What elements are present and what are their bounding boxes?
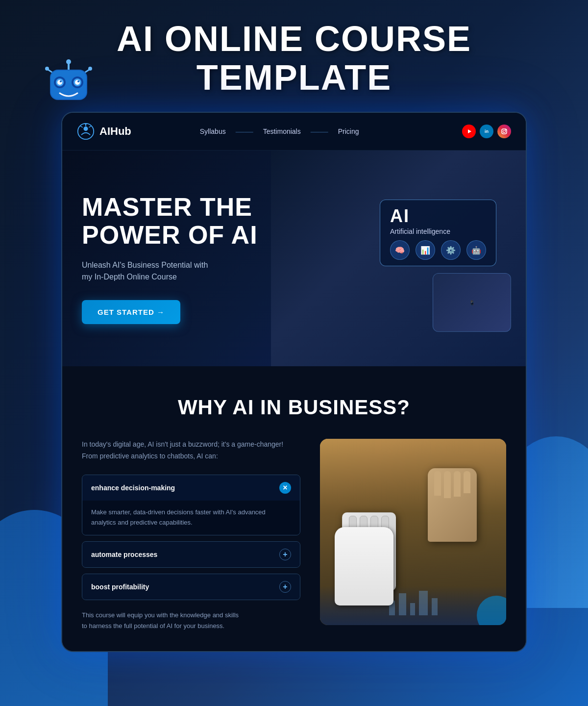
cta-label: GET STARTED → [98,308,165,316]
ai-badge-subtitle: Artificial intelligence [390,227,486,235]
logo-area: AIHub [77,123,131,140]
svg-point-15 [77,80,79,82]
accordion-enhance-header[interactable]: enhance decision-making × [82,475,300,501]
nav-testimonials[interactable]: Testimonials [263,127,301,135]
social-icons: in [462,125,511,138]
outer-title: AI ONLINE COURSE TEMPLATE [117,20,471,97]
svg-point-24 [503,130,506,133]
why-ai-intro: In today's digital age, AI isn't just a … [82,439,300,462]
hero-subtitle: Unleash AI's Business Potential withmy I… [82,259,258,283]
why-ai-content: In today's digital age, AI isn't just a … [82,439,506,631]
hero-content: MASTER THE POWER OF AI Unleash AI's Busi… [82,193,258,324]
accordion-enhance-text: Make smarter, data-driven decisions fast… [91,507,291,528]
ai-icon-cpu: 🤖 [466,240,486,260]
get-started-button[interactable]: GET STARTED → [82,300,180,324]
main-card: AIHub Syllabus —— Testimonials —— Pricin… [61,112,527,652]
accordion-enhance-title: enhance decision-making [91,484,175,492]
svg-point-3 [45,67,49,71]
accordion-enhance: enhance decision-making × Make smarter, … [82,475,300,535]
nav-sep-2: —— [311,126,328,137]
youtube-button[interactable] [462,125,476,138]
svg-line-20 [80,126,83,128]
accordion-boost-title: boost profitability [91,583,149,591]
logo-icon [77,123,95,140]
accordion-boost-header[interactable]: boost profitability + [82,574,300,600]
handshake-image [320,439,506,625]
why-ai-title: WHY AI IN BUSINESS? [82,396,506,419]
ai-icon-gear: ⚙️ [441,240,461,260]
ai-icon-chart: 📊 [416,240,435,260]
why-ai-footer: This course will equip you with the know… [82,610,300,631]
svg-point-10 [57,80,62,85]
accordion-automate-title: automate processes [91,551,157,558]
nav-links: Syllabus —— Testimonials —— Pricing [200,126,359,137]
navbar: AIHub Syllabus —— Testimonials —— Pricin… [62,113,526,151]
why-ai-left: In today's digital age, AI isn't just a … [82,439,300,631]
accordion-automate: automate processes + [82,541,300,568]
svg-marker-22 [468,129,471,133]
robot-decoration [39,59,98,120]
svg-point-17 [84,126,88,131]
hero-title: MASTER THE POWER OF AI [82,193,258,249]
robot-icon [39,59,98,118]
logo-text: AIHub [99,125,131,138]
accordion-automate-header[interactable]: automate processes + [82,542,300,567]
instagram-button[interactable] [497,125,511,138]
accordion-boost-icon: + [279,581,291,593]
ai-badge-title: AI [390,206,486,227]
svg-point-14 [75,80,80,85]
ai-icon-brain: 🧠 [390,240,410,260]
accordion-boost: boost profitability + [82,574,300,600]
accordion-enhance-icon: × [279,482,291,494]
svg-point-11 [60,80,62,82]
svg-line-21 [89,126,91,128]
nav-pricing[interactable]: Pricing [338,127,359,135]
svg-point-25 [505,129,506,130]
linkedin-button[interactable]: in [480,125,493,138]
outer-title-text: AI ONLINE COURSE TEMPLATE [117,20,471,97]
why-ai-right [320,439,506,625]
ai-badge: AI Artificial intelligence 🧠 📊 ⚙️ 🤖 [380,200,496,266]
svg-point-1 [66,59,71,64]
svg-point-5 [88,67,92,71]
nav-sep-1: —— [236,126,253,137]
accordion-enhance-body: Make smarter, data-driven decisions fast… [82,501,300,535]
why-ai-section: WHY AI IN BUSINESS? In today's digital a… [62,366,526,651]
accordion-automate-icon: + [279,549,291,560]
nav-syllabus[interactable]: Syllabus [200,127,226,135]
ai-badge-icons: 🧠 📊 ⚙️ 🤖 [390,240,486,260]
svg-point-19 [85,123,87,125]
hero-section: 📱 AI Artificial intelligence 🧠 📊 ⚙️ 🤖 MA… [62,151,526,366]
